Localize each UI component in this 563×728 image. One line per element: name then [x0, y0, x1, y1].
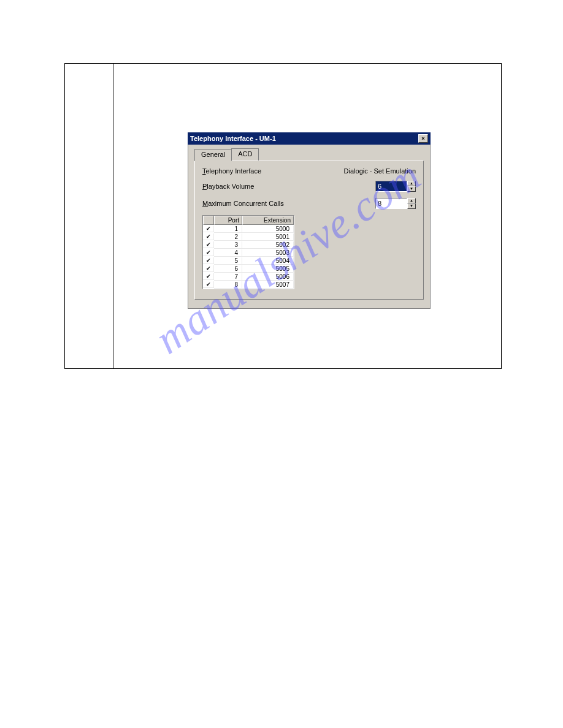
row-checkbox[interactable]: ✔ [203, 226, 214, 232]
row-checkbox[interactable]: ✔ [203, 233, 214, 240]
tab-general[interactable]: General [194, 149, 232, 161]
row-checkbox[interactable]: ✔ [203, 257, 214, 264]
window-title: Telephony Interface - UM-1 [190, 135, 418, 142]
grid-header-check[interactable] [203, 216, 214, 225]
titlebar: Telephony Interface - UM-1 × [188, 132, 431, 145]
tab-body-general: Telephony Interface Dialogic - Set Emula… [194, 161, 424, 300]
spin-up-icon[interactable]: ▲ [407, 198, 416, 203]
close-icon: × [421, 135, 424, 142]
table-row[interactable]: ✔75006 [203, 273, 294, 281]
row-port: 4 [214, 249, 242, 257]
spin-up-icon[interactable]: ▲ [407, 181, 416, 186]
max-calls-spinner[interactable]: ▲ ▼ [375, 198, 416, 209]
row-extension: 5002 [242, 241, 294, 249]
check-icon: ✔ [206, 226, 211, 232]
check-icon: ✔ [206, 257, 211, 264]
grid-header-port[interactable]: Port [214, 216, 242, 225]
dialog-window: Telephony Interface - UM-1 × General ACD… [188, 132, 431, 309]
row-port: 5 [214, 257, 242, 265]
table-row[interactable]: ✔45003 [203, 249, 294, 257]
row-max-concurrent-calls: Maximum Concurrent Calls ▲ ▼ [202, 198, 416, 209]
telephony-interface-label: Telephony Interface [202, 167, 344, 175]
row-extension: 5001 [242, 233, 294, 241]
max-calls-input[interactable] [375, 198, 407, 209]
playback-volume-label: Playback Volume [202, 183, 375, 190]
playback-volume-input[interactable] [375, 181, 407, 192]
spin-down-icon[interactable]: ▼ [407, 186, 416, 192]
row-port: 7 [214, 273, 242, 281]
check-icon: ✔ [206, 265, 211, 271]
max-calls-label: Maximum Concurrent Calls [202, 200, 375, 207]
table-row[interactable]: ✔85007 [203, 281, 294, 289]
ports-grid: Port Extension ✔15000✔25001✔35002✔45003✔… [202, 215, 294, 289]
close-button[interactable]: × [418, 134, 428, 143]
table-row[interactable]: ✔55004 [203, 257, 294, 265]
row-playback-volume: Playback Volume ▲ ▼ [202, 181, 416, 192]
row-checkbox[interactable]: ✔ [203, 281, 214, 288]
table-row[interactable]: ✔35002 [203, 241, 294, 249]
row-checkbox[interactable]: ✔ [203, 241, 214, 248]
dialog-client-area: General ACD Telephony Interface Dialogic… [188, 145, 431, 309]
tab-strip: General ACD [194, 148, 424, 161]
playback-volume-spinner[interactable]: ▲ ▼ [375, 181, 416, 192]
row-port: 6 [214, 265, 242, 273]
row-telephony-interface: Telephony Interface Dialogic - Set Emula… [202, 167, 416, 175]
left-cell [65, 64, 113, 368]
check-icon: ✔ [206, 273, 211, 279]
grid-body: ✔15000✔25001✔35002✔45003✔55004✔65005✔750… [203, 225, 294, 289]
table-row[interactable]: ✔65005 [203, 265, 294, 273]
grid-header: Port Extension [203, 216, 294, 225]
row-checkbox[interactable]: ✔ [203, 273, 214, 280]
row-port: 2 [214, 233, 242, 241]
telephony-interface-value: Dialogic - Set Emulation [344, 167, 416, 175]
check-icon: ✔ [206, 233, 211, 240]
table-row[interactable]: ✔15000 [203, 225, 294, 233]
tab-acd[interactable]: ACD [231, 148, 259, 161]
check-icon: ✔ [206, 281, 211, 287]
row-checkbox[interactable]: ✔ [203, 265, 214, 272]
check-icon: ✔ [206, 241, 211, 248]
row-port: 3 [214, 241, 242, 249]
row-extension: 5004 [242, 257, 294, 265]
table-row[interactable]: ✔25001 [203, 233, 294, 241]
row-extension: 5000 [242, 226, 294, 233]
document-frame: Telephony Interface - UM-1 × General ACD… [64, 63, 502, 369]
row-checkbox[interactable]: ✔ [203, 249, 214, 256]
row-extension: 5005 [242, 265, 294, 273]
row-extension: 5003 [242, 249, 294, 257]
spin-down-icon[interactable]: ▼ [407, 203, 416, 209]
row-extension: 5006 [242, 273, 294, 281]
check-icon: ✔ [206, 249, 211, 256]
row-extension: 5007 [242, 281, 294, 289]
row-port: 1 [214, 226, 242, 233]
row-port: 8 [214, 281, 242, 289]
grid-header-extension[interactable]: Extension [242, 216, 294, 225]
